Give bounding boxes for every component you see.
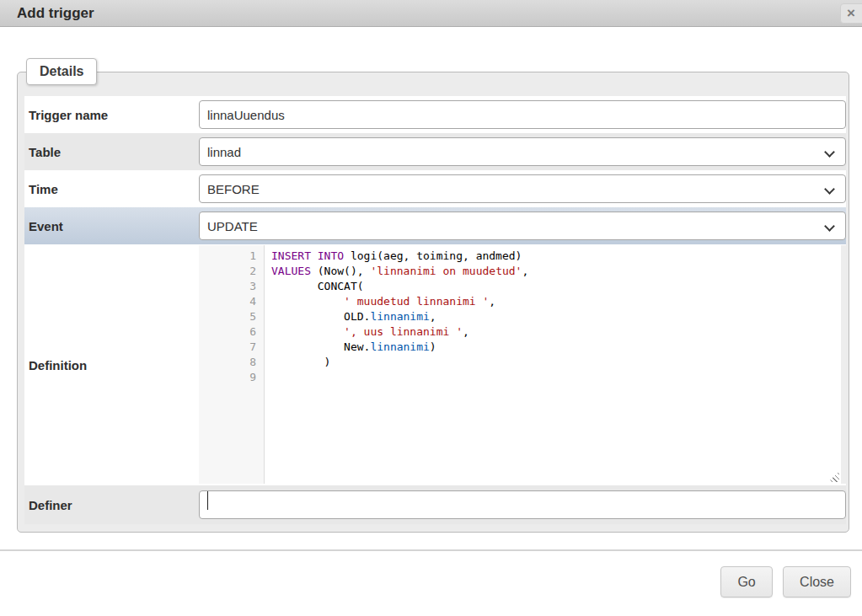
- definer-input[interactable]: [199, 490, 846, 519]
- code-line: OLD.linnanimi,: [271, 309, 841, 324]
- line-number: 8: [199, 355, 256, 370]
- code-line: New.linnanimi): [271, 340, 841, 355]
- definer-row: Definer: [24, 485, 846, 524]
- footer-buttons: Go Close: [0, 551, 862, 597]
- line-number: 2: [199, 264, 256, 279]
- close-icon: ×: [847, 5, 855, 21]
- dialog-close-button[interactable]: ×: [840, 3, 862, 24]
- line-number: 9: [199, 370, 256, 385]
- definition-row: Definition 123456789 INSERT INTO logi(ae…: [24, 244, 846, 485]
- text-cursor: [207, 491, 208, 510]
- editor-scrollbar-track: [841, 245, 846, 484]
- time-row: Time BEFORE: [24, 170, 846, 207]
- line-number: 7: [199, 340, 256, 355]
- event-select[interactable]: UPDATE: [199, 212, 846, 240]
- definition-editor[interactable]: 123456789 INSERT INTO logi(aeg, toiming,…: [199, 245, 846, 484]
- event-label: Event: [24, 207, 199, 244]
- code-line: ' muudetud linnanimi ',: [271, 294, 841, 309]
- definition-label: Definition: [24, 244, 199, 485]
- editor-gutter: 123456789: [199, 245, 265, 484]
- code-line: INSERT INTO logi(aeg, toiming, andmed): [271, 249, 841, 264]
- code-line: ', uus linnanimi ',: [271, 324, 841, 340]
- line-number: 6: [199, 324, 256, 340]
- table-row: Table linnad: [24, 133, 846, 170]
- close-button[interactable]: Close: [783, 566, 851, 597]
- code-line: ): [271, 355, 841, 370]
- table-label: Table: [24, 133, 199, 170]
- line-number: 5: [199, 309, 256, 324]
- time-label: Time: [24, 170, 199, 207]
- dialog-title: Add trigger: [0, 0, 862, 26]
- trigger-name-row: Trigger name: [24, 96, 846, 133]
- table-select[interactable]: linnad: [199, 137, 846, 166]
- go-button[interactable]: Go: [720, 566, 773, 597]
- line-number: 4: [199, 294, 256, 309]
- code-line: CONCAT(: [271, 279, 841, 294]
- definer-label: Definer: [24, 485, 199, 524]
- time-select[interactable]: BEFORE: [199, 174, 846, 203]
- definition-editor-code[interactable]: INSERT INTO logi(aeg, toiming, andmed)VA…: [265, 245, 841, 484]
- line-number: 1: [199, 249, 256, 264]
- trigger-name-label: Trigger name: [24, 96, 199, 133]
- line-number: 3: [199, 279, 256, 294]
- details-fieldset: Details Trigger name Table linnad Time B…: [17, 72, 849, 533]
- code-line: VALUES (Now(), 'linnanimi on muudetud',: [271, 264, 841, 279]
- event-row: Event UPDATE: [24, 207, 846, 244]
- trigger-name-input[interactable]: [199, 100, 846, 129]
- details-legend-tab: Details: [26, 58, 97, 85]
- title-bar: Add trigger ×: [0, 0, 862, 27]
- code-line: [271, 370, 841, 385]
